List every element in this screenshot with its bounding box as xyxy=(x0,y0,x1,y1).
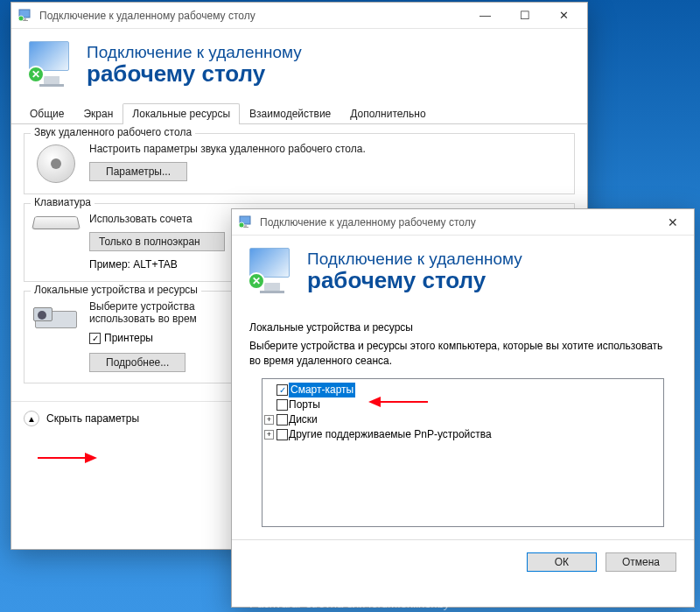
expand-icon[interactable]: + xyxy=(264,415,274,425)
sub-window-title: Подключение к удаленному рабочему столу xyxy=(260,216,655,229)
sound-legend: Звук удаленного рабочего стола xyxy=(31,126,195,138)
ok-button[interactable]: ОК xyxy=(527,552,597,572)
window-title: Подключение к удаленному рабочему столу xyxy=(39,10,466,22)
tab-general[interactable]: Общие xyxy=(20,103,74,124)
sub-banner: ✕ Подключение к удаленному рабочему стол… xyxy=(232,236,694,309)
svg-point-7 xyxy=(239,222,244,228)
tab-strip: Общие Экран Локальные ресурсы Взаимодейс… xyxy=(11,102,587,124)
banner-line2: рабочему столу xyxy=(87,62,302,85)
keyboard-mode-dropdown[interactable]: Только в полноэкран xyxy=(89,232,225,251)
close-button[interactable]: ✕ xyxy=(544,4,584,28)
hide-params-link[interactable]: Скрыть параметры xyxy=(46,412,139,425)
device-tree[interactable]: ✓Смарт-карты Порты +Диски +Другие поддер… xyxy=(262,378,664,527)
cancel-button[interactable]: Отмена xyxy=(606,552,676,572)
sound-desc: Настроить параметры звука удаленного раб… xyxy=(89,143,565,155)
keyboard-legend: Клавиатура xyxy=(31,196,94,208)
sub-titlebar[interactable]: Подключение к удаленному рабочему столу … xyxy=(232,209,694,236)
svg-point-3 xyxy=(18,16,24,21)
sub-footer: ОК Отмена xyxy=(232,539,694,584)
more-button[interactable]: Подробнее... xyxy=(89,353,186,372)
rdp-icon: ✕ xyxy=(29,41,74,87)
tree-item-drives[interactable]: +Диски xyxy=(264,412,662,427)
sub-banner-line2: рабочему столу xyxy=(307,269,522,292)
tab-advanced[interactable]: Дополнительно xyxy=(340,103,435,124)
speaker-icon xyxy=(37,144,75,183)
sub-group-legend: Локальные устройства и ресурсы xyxy=(249,321,676,334)
rdp-icon: ✕ xyxy=(249,248,295,293)
devices-legend: Локальные устройства и ресурсы xyxy=(31,284,201,296)
app-icon xyxy=(239,215,253,229)
tree-item-pnp[interactable]: +Другие поддерживаемые PnP-устройства xyxy=(264,427,662,442)
maximize-button[interactable]: ☐ xyxy=(505,4,544,28)
titlebar[interactable]: Подключение к удаленному рабочему столу … xyxy=(11,3,587,29)
tab-display[interactable]: Экран xyxy=(74,103,122,124)
printer-camera-icon xyxy=(35,302,77,328)
sub-close-button[interactable]: ✕ xyxy=(655,210,690,235)
tree-item-smartcards[interactable]: ✓Смарт-карты xyxy=(264,383,662,397)
sub-description: Выберите устройства и ресурсы этого комп… xyxy=(249,339,676,369)
tab-experience[interactable]: Взаимодействие xyxy=(240,103,340,124)
watermark: PachvaraPetrovna для forum.onliner.by xyxy=(250,597,450,610)
rdp-more-devices-dialog: Подключение к удаленному рабочему столу … xyxy=(231,208,695,608)
minimize-button[interactable]: — xyxy=(466,4,505,28)
app-icon xyxy=(18,9,32,23)
sound-settings-button[interactable]: Параметры... xyxy=(89,162,187,181)
collapse-icon[interactable]: ▲ xyxy=(24,411,39,426)
banner: ✕ Подключение к удаленному рабочему стол… xyxy=(11,29,587,102)
tab-local-resources[interactable]: Локальные ресурсы xyxy=(122,103,240,124)
expand-icon[interactable]: + xyxy=(264,430,274,440)
sub-content: Локальные устройства и ресурсы Выберите … xyxy=(232,309,694,539)
keyboard-icon xyxy=(32,216,80,229)
group-sound: Звук удаленного рабочего стола Настроить… xyxy=(24,133,575,194)
sub-banner-line1: Подключение к удаленному xyxy=(307,250,522,269)
banner-line1: Подключение к удаленному xyxy=(87,43,302,62)
tree-item-ports[interactable]: Порты xyxy=(264,397,662,412)
